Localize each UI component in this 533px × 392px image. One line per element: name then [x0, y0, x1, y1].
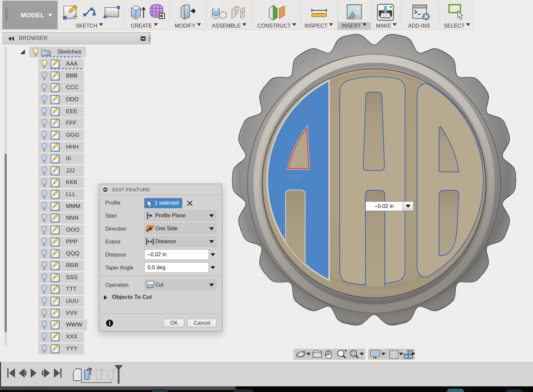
svg-text:0 02: 0 02 — [289, 174, 303, 180]
